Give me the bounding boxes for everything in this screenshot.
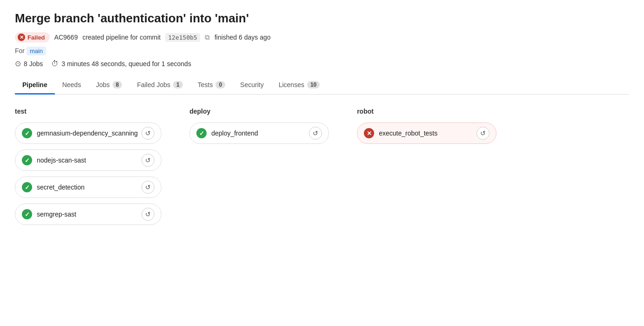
job-item[interactable]: ✕execute_robot_tests↺	[357, 122, 496, 144]
success-icon: ✓	[22, 182, 32, 192]
fail-icon: ✕	[364, 128, 374, 138]
jobs-count: 8 Jobs	[24, 60, 43, 68]
copy-icon[interactable]: ⧉	[205, 33, 210, 41]
tab-badge: 1	[173, 81, 183, 88]
tab-jobs[interactable]: Jobs8	[88, 76, 129, 95]
retry-button[interactable]: ↺	[141, 208, 154, 221]
jobs-count-item: ⊙ 8 Jobs	[15, 59, 43, 68]
retry-button[interactable]: ↺	[141, 154, 154, 167]
job-name: gemnasium-dependency_scanning	[37, 129, 138, 137]
retry-button[interactable]: ↺	[476, 127, 490, 140]
failed-icon: ✕	[18, 34, 25, 41]
tab-tests[interactable]: Tests0	[190, 76, 233, 95]
tab-needs[interactable]: Needs	[55, 76, 88, 95]
status-label: Failed	[27, 34, 45, 41]
pipeline-column-robot: robot✕execute_robot_tests↺	[357, 108, 496, 144]
tab-label: Needs	[62, 81, 81, 88]
pipeline-created-text: created pipeline for commit	[82, 34, 161, 41]
retry-button[interactable]: ↺	[141, 127, 154, 140]
pipeline-grid: test✓gemnasium-dependency_scanning↺✓node…	[15, 108, 629, 225]
branch-info: For main	[15, 47, 629, 54]
job-left: ✓deploy_frontend	[196, 128, 258, 138]
tab-label: Jobs	[96, 81, 110, 88]
pipeline-user: AC9669	[54, 34, 78, 41]
tab-failed-jobs[interactable]: Failed Jobs1	[129, 76, 190, 95]
job-item[interactable]: ✓secret_detection↺	[15, 177, 161, 198]
status-badge: ✕ Failed	[15, 32, 50, 42]
commit-hash[interactable]: 12e150b5	[165, 33, 200, 42]
tab-pipeline[interactable]: Pipeline	[15, 76, 55, 95]
job-name: execute_robot_tests	[379, 129, 437, 137]
job-name: semgrep-sast	[37, 211, 76, 218]
pipeline-column-deploy: deploy✓deploy_frontend↺	[189, 108, 329, 144]
duration-item: ⏱ 3 minutes 48 seconds, queued for 1 sec…	[51, 60, 191, 68]
column-title: test	[15, 108, 161, 115]
column-title: robot	[357, 108, 496, 115]
job-name: deploy_frontend	[211, 129, 258, 137]
job-item[interactable]: ✓gemnasium-dependency_scanning↺	[15, 122, 161, 144]
tab-label: Failed Jobs	[137, 81, 170, 88]
tabs-nav: PipelineNeedsJobs8Failed Jobs1Tests0Secu…	[15, 76, 629, 95]
job-left: ✕execute_robot_tests	[364, 128, 437, 138]
retry-button[interactable]: ↺	[309, 127, 322, 140]
job-left: ✓secret_detection	[22, 182, 85, 192]
job-item[interactable]: ✓semgrep-sast↺	[15, 204, 161, 225]
tab-label: Licenses	[279, 81, 304, 88]
job-left: ✓nodejs-scan-sast	[22, 155, 86, 165]
job-left: ✓gemnasium-dependency_scanning	[22, 128, 138, 138]
tab-label: Pipeline	[22, 81, 47, 88]
retry-button[interactable]: ↺	[141, 181, 154, 194]
job-left: ✓semgrep-sast	[22, 209, 76, 219]
pipeline-column-test: test✓gemnasium-dependency_scanning↺✓node…	[15, 108, 161, 225]
success-icon: ✓	[22, 155, 32, 165]
pipeline-duration: 3 minutes 48 seconds, queued for 1 secon…	[61, 60, 191, 68]
jobs-info: ⊙ 8 Jobs ⏱ 3 minutes 48 seconds, queued …	[15, 59, 629, 68]
tab-licenses[interactable]: Licenses10	[271, 76, 328, 95]
clock-icon: ⏱	[51, 60, 59, 68]
branch-link[interactable]: main	[27, 47, 46, 55]
tab-label: Tests	[198, 81, 213, 88]
success-icon: ✓	[22, 128, 32, 138]
success-icon: ✓	[22, 209, 32, 219]
tab-badge: 0	[215, 81, 225, 88]
column-title: deploy	[189, 108, 329, 115]
job-name: nodejs-scan-sast	[37, 156, 86, 164]
for-label: For	[15, 47, 25, 54]
tab-badge: 10	[307, 81, 320, 88]
job-name: secret_detection	[37, 183, 85, 191]
pipeline-finished: finished 6 days ago	[215, 34, 271, 41]
jobs-icon: ⊙	[15, 59, 21, 68]
tab-security[interactable]: Security	[233, 76, 271, 95]
job-item[interactable]: ✓deploy_frontend↺	[189, 122, 329, 144]
pipeline-meta: ✕ Failed AC9669 created pipeline for com…	[15, 32, 629, 42]
tab-label: Security	[240, 81, 264, 88]
success-icon: ✓	[196, 128, 207, 138]
page-title: Merge branch 'authentication' into 'main…	[15, 11, 629, 26]
tab-badge: 8	[113, 81, 122, 88]
job-item[interactable]: ✓nodejs-scan-sast↺	[15, 149, 161, 171]
